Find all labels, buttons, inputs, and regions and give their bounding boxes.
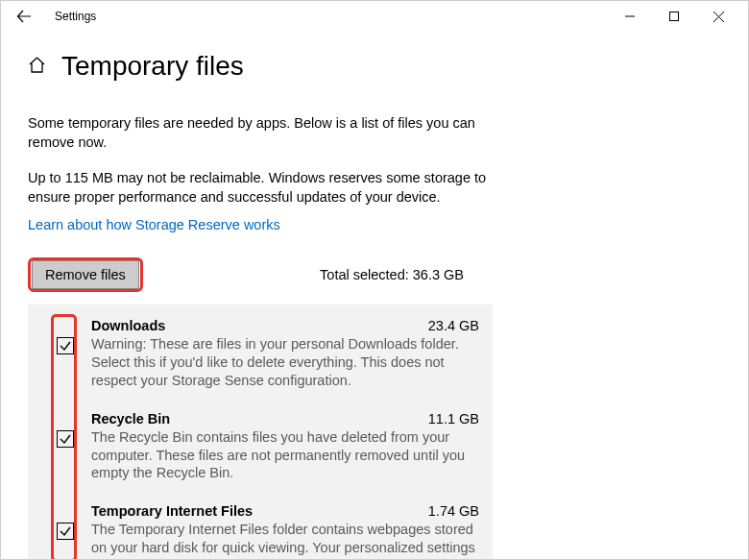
check-icon <box>59 524 72 538</box>
item-title: Recycle Bin <box>91 411 170 426</box>
remove-files-button[interactable]: Remove files <box>32 260 139 289</box>
check-icon <box>59 432 72 446</box>
back-button[interactable] <box>9 1 39 32</box>
file-items-container: Downloads 23.4 GB Warning: These are fil… <box>28 304 493 560</box>
titlebar: Settings <box>1 1 748 32</box>
action-row: Remove files Total selected: 36.3 GB <box>28 257 493 292</box>
list-item: Temporary Internet Files 1.74 GB The Tem… <box>91 503 479 560</box>
highlight-annotation: Remove files <box>28 257 143 292</box>
maximize-icon <box>669 12 679 21</box>
list-item: Recycle Bin 11.1 GB The Recycle Bin cont… <box>91 411 479 483</box>
item-description: The Temporary Internet Files folder cont… <box>91 521 479 560</box>
checkbox-recycle-bin[interactable] <box>57 430 74 448</box>
item-size: 1.74 GB <box>428 503 479 519</box>
close-icon <box>713 12 724 22</box>
checkbox-downloads[interactable] <box>57 337 74 354</box>
minimize-icon <box>625 12 635 21</box>
list-item: Downloads 23.4 GB Warning: These are fil… <box>91 318 479 390</box>
home-icon[interactable] <box>28 56 46 78</box>
item-description: The Recycle Bin contains files you have … <box>91 428 479 483</box>
close-button[interactable] <box>696 1 740 32</box>
item-title: Temporary Internet Files <box>91 503 253 519</box>
minimize-button[interactable] <box>608 1 652 32</box>
titlebar-title: Settings <box>55 10 96 23</box>
svg-rect-1 <box>670 12 679 21</box>
content-area: Some temporary files are needed by apps.… <box>1 93 519 560</box>
window-controls <box>608 1 740 32</box>
total-selected-label: Total selected: 36.3 GB <box>320 267 493 282</box>
header: Temporary files <box>1 32 748 93</box>
description-text: Some temporary files are needed by apps.… <box>28 114 493 152</box>
arrow-left-icon <box>16 9 32 24</box>
item-title: Downloads <box>91 318 165 333</box>
item-description: Warning: These are files in your persona… <box>91 335 479 390</box>
storage-reserve-link[interactable]: Learn about how Storage Reserve works <box>28 217 280 232</box>
maximize-button[interactable] <box>652 1 696 32</box>
item-size: 23.4 GB <box>428 318 479 333</box>
check-icon <box>59 339 72 353</box>
checkbox-temp-internet-files[interactable] <box>57 523 74 540</box>
page-title: Temporary files <box>61 51 244 82</box>
reserve-text: Up to 115 MB may not be reclaimable. Win… <box>28 169 493 207</box>
item-size: 11.1 GB <box>428 411 479 426</box>
